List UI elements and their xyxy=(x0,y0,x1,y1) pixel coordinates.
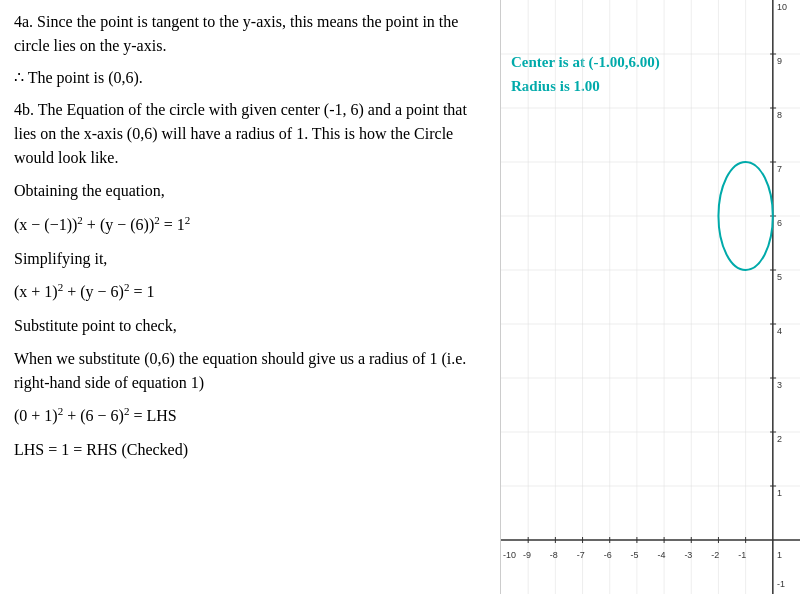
y-label-3: 3 xyxy=(777,380,782,390)
para-4a: 4a. Since the point is tangent to the y-… xyxy=(14,10,486,58)
y-label-7: 7 xyxy=(777,164,782,174)
y-label-5: 5 xyxy=(777,272,782,282)
equation-1: (x − (−1))2 + (y − (6))2 = 12 xyxy=(14,212,486,238)
equation-2: (x + 1)2 + (y − 6)2 = 1 xyxy=(14,279,486,305)
svg-rect-0 xyxy=(501,0,800,594)
y-label-2: 2 xyxy=(777,434,782,444)
x-label-minus7: -7 xyxy=(577,550,585,560)
x-label-minus6: -6 xyxy=(604,550,612,560)
x-label-minus5: -5 xyxy=(631,550,639,560)
equation-3: (0 + 1)2 + (6 − 6)2 = LHS xyxy=(14,403,486,429)
x-label-minus1: -1 xyxy=(738,550,746,560)
eq3-part1: (0 + 1) xyxy=(14,407,58,424)
y-label-1: 1 xyxy=(777,488,782,498)
para-4b: 4b. The Equation of the circle with give… xyxy=(14,98,486,170)
eq1-end: = 1 xyxy=(160,216,185,233)
right-panel: Center is at (-1.00,6.00) Radius is 1.00 xyxy=(500,0,800,594)
eq2-mid: + (y − 6) xyxy=(63,283,124,300)
simplifying-label: Simplifying it, xyxy=(14,246,486,272)
eq1-mid: + (y − (6)) xyxy=(83,216,154,233)
obtaining-label: Obtaining the equation, xyxy=(14,178,486,204)
y-label-minus1: -1 xyxy=(777,579,785,589)
coordinate-graph: -10 -9 -8 -7 -6 -5 -4 -3 -2 -1 1 10 9 8 … xyxy=(501,0,800,594)
x-label-minus10: -10 xyxy=(503,550,516,560)
y-label-9: 9 xyxy=(777,56,782,66)
x-label-minus2: -2 xyxy=(711,550,719,560)
left-panel: 4a. Since the point is tangent to the y-… xyxy=(0,0,500,594)
eq3-mid: + (6 − 6) xyxy=(63,407,124,424)
substitute-label: Substitute point to check, xyxy=(14,313,486,339)
x-label-1: 1 xyxy=(777,550,782,560)
eq1-part1: (x − (−1)) xyxy=(14,216,77,233)
eq1-sup3: 2 xyxy=(185,214,191,226)
therefore-statement: ∴ The point is (0,6). xyxy=(14,66,486,90)
y-label-10: 10 xyxy=(777,2,787,12)
eq3-end: = LHS xyxy=(129,407,176,424)
eq2-part1: (x + 1) xyxy=(14,283,58,300)
x-label-minus9: -9 xyxy=(523,550,531,560)
y-label-6: 6 xyxy=(777,218,782,228)
x-label-minus4: -4 xyxy=(657,550,665,560)
equation-4: LHS = 1 = RHS (Checked) xyxy=(14,437,486,463)
y-label-8: 8 xyxy=(777,110,782,120)
x-label-minus8: -8 xyxy=(550,550,558,560)
when-text: When we substitute (0,6) the equation sh… xyxy=(14,347,486,395)
x-label-minus3: -3 xyxy=(684,550,692,560)
y-label-4: 4 xyxy=(777,326,782,336)
lhs-rhs: LHS = 1 = RHS (Checked) xyxy=(14,441,188,458)
eq2-end: = 1 xyxy=(129,283,154,300)
